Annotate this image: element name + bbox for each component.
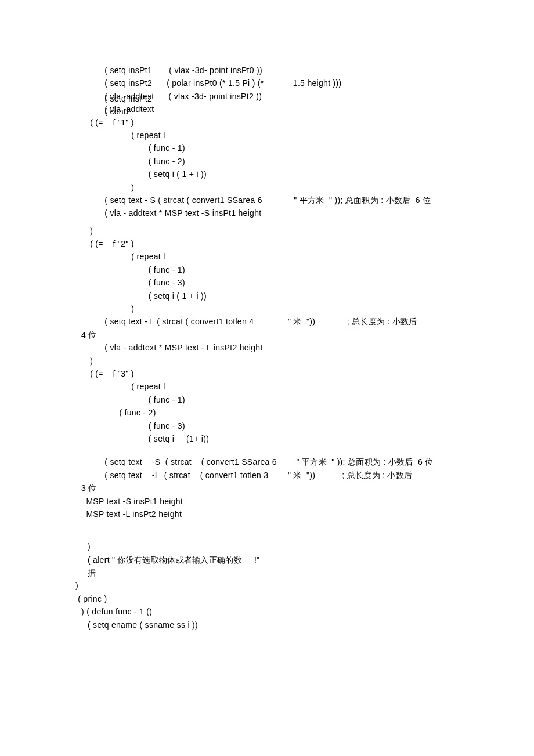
code-line: ( func - 2) [75, 155, 534, 168]
code-line: 据 [75, 566, 534, 579]
code-line: ( func - 1) [75, 142, 534, 154]
code-line: MSP text -S insPt1 height [81, 495, 534, 508]
code-line: ( repeat l [75, 380, 534, 393]
code-line: ) [75, 225, 534, 237]
code-line: ( repeat l [75, 129, 534, 142]
code-line: ( (= f "3" ) [75, 367, 534, 380]
code-line: ( princ ) [75, 592, 534, 605]
code-line: ( setq insPt1 ( vlax -3d- point insPt0 )… [75, 64, 534, 77]
code-line: ( (= f "1" ) [75, 116, 534, 129]
code-line: ( setq text - L ( strcat ( convert1 totl… [75, 315, 534, 328]
code-line: ( setq text - S ( strcat ( convert1 SSar… [75, 194, 534, 207]
code-line: ( vla -addtext [75, 103, 534, 115]
code-line: ( setq text -L ( strcat ( convert1 totle… [75, 469, 534, 482]
code-line: ( vla - addtext * MSP text -S insPt1 hei… [75, 207, 534, 219]
code-line: ( func - 1) [75, 393, 534, 406]
code-line: ( func - 3) [75, 419, 534, 432]
code-line: ( func - 1) [75, 263, 534, 276]
code-line: ) [75, 579, 534, 592]
code-line: ( func - 2) [75, 406, 534, 419]
code-line: ( setq text -S ( strcat ( convert1 SSare… [75, 455, 534, 468]
code-line: ) [75, 540, 534, 553]
code-line: MSP text -L insPt2 height [81, 508, 534, 520]
code-line: ( setq insPt2 ( polar insPt0 (* 1.5 Pi )… [75, 77, 534, 89]
code-line: ( vla - addtext * MSP text - L insPt2 he… [75, 341, 534, 354]
code-line: 3 位 [81, 482, 534, 494]
code-line: ) [75, 302, 534, 315]
code-line: ( setq i ( 1 + i )) [75, 168, 534, 180]
code-line: ) ( defun func - 1 () [81, 605, 534, 618]
code-line: 4 位 [81, 328, 534, 341]
code-line: ( (= f "2" ) [75, 237, 534, 250]
code-line: ) [75, 181, 534, 194]
code-line: ( setq i ( 1 + i )) [75, 290, 534, 302]
code-line: ( setq ename ( ssname ss i )) [75, 618, 534, 631]
code-line: ( repeat l [75, 250, 534, 263]
code-line: ) [75, 355, 534, 367]
code-line: ( cond [75, 105, 128, 118]
code-line: ( setq i (1+ i)) [75, 432, 534, 445]
code-line: ( func - 3) [75, 276, 534, 289]
code-line: ( alert " 你没有选取物体或者输入正确的数 !" [75, 554, 534, 566]
